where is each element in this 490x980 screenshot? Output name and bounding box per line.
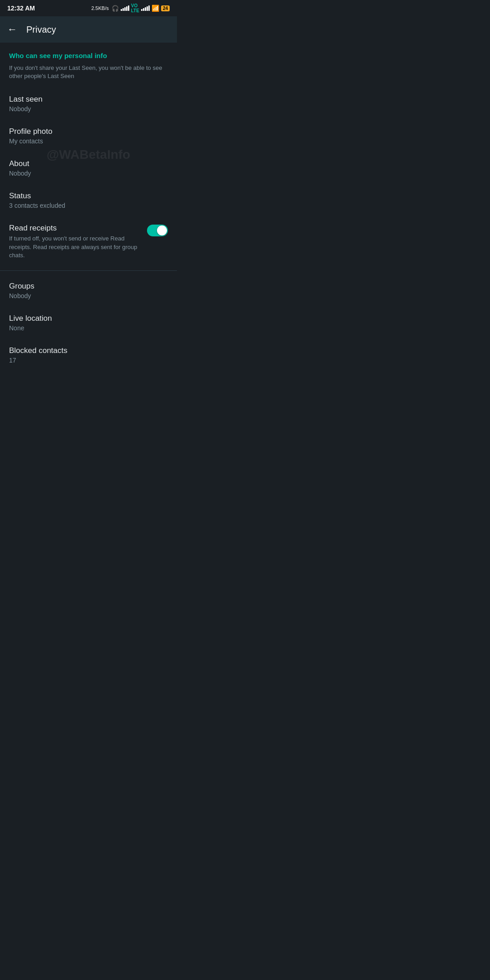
- groups-label: Groups: [9, 282, 168, 291]
- signal-bars: [121, 5, 129, 11]
- blocked-contacts-value: 17: [9, 357, 168, 364]
- status-value: 3 contacts excluded: [9, 202, 168, 209]
- section-heading: Who can see my personal info: [0, 43, 177, 62]
- read-receipts-label: Read receipts: [9, 224, 140, 233]
- section-description: If you don't share your Last Seen, you w…: [0, 62, 177, 88]
- network-speed: 2.5KB/s: [91, 5, 109, 11]
- status-setting[interactable]: Status 3 contacts excluded: [0, 184, 177, 216]
- last-seen-value: Nobody: [9, 105, 168, 113]
- about-value: Nobody: [9, 170, 168, 177]
- read-receipts-setting[interactable]: Read receipts If turned off, you won't s…: [0, 216, 177, 267]
- toggle-track: [147, 225, 168, 236]
- profile-photo-setting[interactable]: Profile photo My contacts: [0, 120, 177, 152]
- about-label: About: [9, 159, 168, 168]
- live-location-setting[interactable]: Live location None: [0, 307, 177, 339]
- live-location-label: Live location: [9, 314, 168, 323]
- groups-setting[interactable]: Groups Nobody: [0, 274, 177, 307]
- last-seen-label: Last seen: [9, 95, 168, 104]
- status-time: 12:32 AM: [7, 5, 35, 12]
- read-receipts-text: Read receipts If turned off, you won't s…: [9, 224, 147, 260]
- lte-icon: VOLTE: [131, 3, 139, 13]
- last-seen-setting[interactable]: Last seen Nobody: [0, 88, 177, 120]
- personal-info-section: @WABetaInfo Who can see my personal info…: [0, 43, 177, 267]
- status-label: Status: [9, 191, 168, 201]
- read-receipts-desc: If turned off, you won't send or receive…: [9, 235, 140, 260]
- toolbar: ← Privacy: [0, 16, 177, 43]
- page-title: Privacy: [26, 24, 56, 35]
- profile-photo-value: My contacts: [9, 137, 168, 145]
- content-area: @WABetaInfo Who can see my personal info…: [0, 43, 177, 371]
- signal-bars-2: [141, 5, 150, 11]
- battery-icon: 24: [161, 5, 170, 11]
- section-divider: [0, 270, 177, 271]
- blocked-contacts-setting[interactable]: Blocked contacts 17: [0, 339, 177, 371]
- status-icons: 2.5KB/s 🎧 VOLTE 📶 24: [91, 3, 170, 13]
- status-bar: 12:32 AM 2.5KB/s 🎧 VOLTE 📶 24: [0, 0, 177, 16]
- about-setting[interactable]: About Nobody: [0, 152, 177, 184]
- toggle-thumb: [157, 225, 167, 235]
- back-button[interactable]: ←: [7, 24, 17, 35]
- headphone-icon: 🎧: [112, 5, 119, 12]
- profile-photo-label: Profile photo: [9, 127, 168, 136]
- wifi-icon: 📶: [152, 5, 159, 12]
- read-receipts-toggle[interactable]: [147, 225, 168, 236]
- live-location-value: None: [9, 324, 168, 332]
- groups-value: Nobody: [9, 292, 168, 299]
- blocked-contacts-label: Blocked contacts: [9, 346, 168, 355]
